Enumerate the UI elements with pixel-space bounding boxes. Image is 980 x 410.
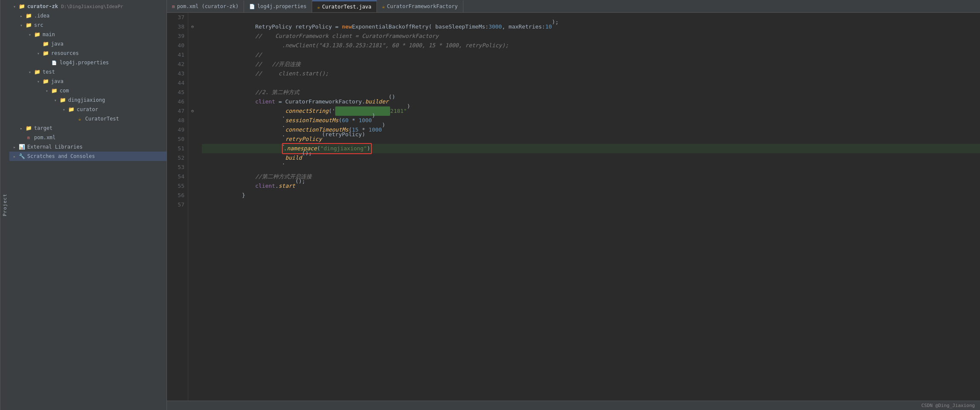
code-line-50: .retryPolicy(retryPolicy) [202,135,980,144]
line-47: 47 [167,106,184,116]
gutter-fold-47[interactable]: ⊖ [188,106,197,116]
gutter-fold-39[interactable]: ⊖ [188,22,197,32]
label-java: java [51,41,165,47]
extlib-icon: 📊 [18,144,26,150]
tab-label-log4j: log4j.properties [257,3,307,9]
folder-icon-src: 📁 [25,22,32,28]
tab-label-curatortest: CuratorTest.java [322,4,371,10]
tree-item-curatortest[interactable]: ▸ ☕ CuratorTest [9,114,167,123]
line-48: 48 [167,116,184,125]
line-42: 42 [167,60,184,69]
code-area[interactable]: RetryPolicy retryPolicy = new Exponentia… [197,13,980,401]
label-curatortest: CuratorTest [85,116,165,122]
tree-item-curator[interactable]: ▾ 📁 curator [9,105,167,114]
code-line-40: .newClient("43.138.50.253:2181", 60 * 10… [202,41,980,50]
code-line-52: .build(); [202,153,980,163]
label-pom: pom.xml [34,135,165,140]
arrow-target: ▸ [18,126,25,131]
code-line-42: // //开启连接 [202,60,980,69]
tree-item-dingjiaxiong[interactable]: ▾ 📁 dingjiaxiong [9,95,167,105]
code-line-54: //第二种方式开启连接 [202,172,980,181]
tab-pom[interactable]: m pom.xml (curator-zk) [167,0,244,12]
tree-item-test[interactable]: ▾ 📁 test [9,67,167,77]
sidebar: ▾ 📁 curator-zk D:\DingJiaxiong\IdeaPr ▸ … [9,0,167,410]
line-44: 44 [167,78,184,88]
line-56: 56 [167,191,184,200]
label-target: target [34,125,165,131]
code-line-49: .connectionTimeoutMs(15 * 1000) [202,125,980,135]
tree-item-test-java[interactable]: ▾ 📁 java [9,77,167,86]
arrow-resources: ▾ [35,51,42,56]
tab-curatorfactory[interactable]: ☕ CuratorFrameworkFactory [377,0,463,12]
line-54: 54 [167,172,184,181]
folder-icon-java: 📁 [42,41,49,47]
label-src: src [34,22,165,28]
tab-log4j[interactable]: 📄 log4j.properties [244,0,312,12]
line-43: 43 [167,69,184,78]
tab-icon-pom: m [172,4,175,9]
label-main: main [43,32,165,37]
tree-item-scratches[interactable]: ▸ 🔧 Scratches and Consoles [9,152,167,161]
line-39: 39 [167,32,184,41]
arrow-test: ▾ [26,70,33,75]
folder-icon-resources: 📁 [42,50,49,56]
line-52: 52 [167,153,184,163]
arrow-curator: ▾ [60,107,67,112]
folder-icon-curator-zk: 📁 [18,3,26,9]
code-line-55: client.start(); [202,181,980,191]
folder-icon-target: 📁 [25,125,32,131]
arrow-scratches: ▸ [11,154,18,159]
tab-curatortest[interactable]: ☕ CuratorTest.java [312,0,377,12]
arrow-main: ▾ [26,32,33,37]
tree-item-main[interactable]: ▾ 📁 main [9,30,167,39]
tab-label-pom: pom.xml (curator-zk) [177,3,239,9]
label-curator: curator [77,106,165,112]
label-test-java: java [51,78,165,84]
editor-area: m pom.xml (curator-zk) 📄 log4j.propertie… [167,0,980,410]
line-51: 51 [167,144,184,153]
code-line-48: .sessionTimeoutMs(60 * 1000) [202,116,980,125]
arrow-dingjiaxiong: ▾ [52,98,59,103]
tree-item-extlibs[interactable]: ▸ 📊 External Libraries [9,142,167,152]
code-line-45: //2. 第二种方式 [202,88,980,97]
arrow-idea: ▸ [18,14,25,18]
line-46: 46 [167,97,184,106]
tab-icon-curatortest: ☕ [317,4,320,10]
tree-item-idea[interactable]: ▸ 📁 .idea [9,11,167,20]
line-40: 40 [167,41,184,50]
tab-icon-curatorfactory: ☕ [382,4,385,9]
tree-item-pom[interactable]: ▸ m pom.xml [9,133,167,142]
arrow-curator-zk: ▾ [11,4,18,9]
label-resources: resources [51,50,165,56]
tree-item-target[interactable]: ▸ 📁 target [9,123,167,133]
xml-icon-pom: m [25,135,32,140]
tree-item-resources[interactable]: ▾ 📁 resources [9,49,167,58]
line-53: 53 [167,163,184,172]
tree-item-java[interactable]: ▸ 📁 java [9,39,167,49]
tree-item-curator-zk[interactable]: ▾ 📁 curator-zk D:\DingJiaxiong\IdeaPr [9,2,167,11]
folder-icon-test-java: 📁 [42,78,49,84]
code-line-46: client = CuratorFrameworkFactory.builder… [202,97,980,106]
code-line-37 [202,13,980,22]
label-extlibs: External Libraries [27,144,165,150]
arrow-extlibs: ▸ [11,145,18,149]
tab-icon-log4j: 📄 [249,4,255,9]
label-log4j: log4j.properties [60,60,165,66]
editor-content: 37 38 39 40 41 42 43 44 45 46 47 48 49 5… [167,13,980,401]
label-test: test [43,69,165,75]
label-com: com [60,88,165,94]
project-tab[interactable]: Project [0,0,9,410]
folder-icon-dingjiaxiong: 📁 [59,97,66,103]
line-38: 38 [167,22,184,32]
folder-icon-main: 📁 [33,32,41,37]
line-37: 37 [167,13,184,22]
arrow-test-java: ▾ [35,79,42,84]
line-49: 49 [167,125,184,135]
tree-item-com[interactable]: ▾ 📁 com [9,86,167,95]
code-line-38: RetryPolicy retryPolicy = new Exponentia… [202,22,980,32]
label-idea: .idea [34,13,165,19]
tab-label-curatorfactory: CuratorFrameworkFactory [387,3,458,9]
tree-item-log4j[interactable]: ▸ 📄 log4j.properties [9,58,167,67]
arrow-com: ▾ [43,89,50,93]
tree-item-src[interactable]: ▾ 📁 src [9,20,167,30]
